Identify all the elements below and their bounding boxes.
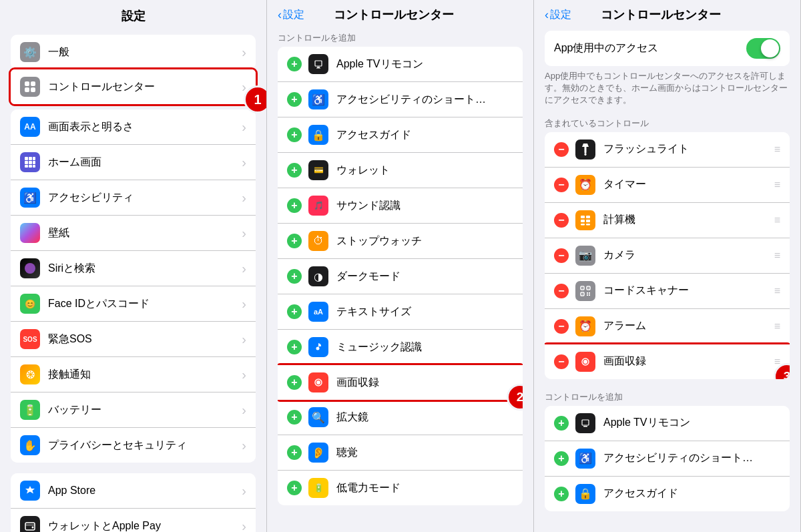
included-flashlight[interactable]: − フラッシュライト ≡ bbox=[545, 132, 790, 168]
p3-add-btn-accessibility[interactable]: + bbox=[554, 451, 569, 466]
panel3-back-chevron: ‹ bbox=[545, 8, 549, 22]
svg-rect-39 bbox=[589, 294, 590, 296]
add-item-dark[interactable]: + ◑ ダークモード bbox=[278, 259, 523, 294]
add-item-magnifier[interactable]: + 🔍 拡大鏡 bbox=[278, 400, 523, 435]
lowpower-label: 低電力モード bbox=[336, 481, 513, 495]
add-item-appletv[interactable]: + Apple TVリモコン bbox=[278, 47, 523, 82]
settings-item-control-center[interactable]: コントロールセンター bbox=[11, 69, 256, 104]
add-btn-accessibility[interactable]: + bbox=[287, 92, 302, 107]
svg-rect-24 bbox=[581, 216, 585, 218]
remove-screen-record[interactable]: − bbox=[554, 354, 569, 369]
add-item-textsize[interactable]: + aA テキストサイズ bbox=[278, 294, 523, 330]
calc-icon bbox=[575, 210, 595, 230]
settings-item-faceid[interactable]: 😊 Face IDとパスコード bbox=[11, 286, 256, 322]
faceid-label: Face IDとパスコード bbox=[48, 297, 242, 311]
settings-item-siri[interactable]: Siriと検索 bbox=[11, 251, 256, 286]
camera-icon: 📷 bbox=[575, 246, 595, 266]
drag-scanner[interactable]: ≡ bbox=[774, 285, 780, 297]
add-item-wallet[interactable]: + 💳 ウォレット bbox=[278, 153, 523, 188]
add-item-screen-record[interactable]: + 画面収録 bbox=[278, 365, 523, 400]
add-btn-appletv[interactable]: + bbox=[287, 57, 302, 71]
drag-timer[interactable]: ≡ bbox=[774, 179, 780, 191]
add-item-stopwatch[interactable]: + ⏱ ストップウォッチ bbox=[278, 224, 523, 259]
add-item-guide[interactable]: + 🔒 アクセスガイド bbox=[278, 117, 523, 153]
add-btn-dark[interactable]: + bbox=[287, 269, 302, 284]
settings-item-display[interactable]: AA 画面表示と明るさ bbox=[11, 109, 256, 145]
battery-icon: 🔋 bbox=[20, 400, 40, 420]
included-screen-record[interactable]: − 画面収録 ≡ bbox=[545, 344, 790, 379]
included-camera[interactable]: − 📷 カメラ ≡ bbox=[545, 238, 790, 274]
included-scanner[interactable]: − コードスキャナー ≡ bbox=[545, 274, 790, 309]
settings-item-general[interactable]: ⚙️ 一般 bbox=[11, 35, 256, 69]
toggle-switch[interactable] bbox=[746, 38, 780, 59]
p3-add-guide[interactable]: + 🔒 アクセスガイド bbox=[545, 477, 790, 511]
drag-flashlight[interactable]: ≡ bbox=[774, 144, 780, 156]
panel3-back-btn[interactable]: ‹ 設定 bbox=[545, 8, 571, 22]
add-btn-screen-record[interactable]: + bbox=[287, 375, 302, 390]
included-screen-record-wrapper: − 画面収録 ≡ 3 bbox=[545, 344, 790, 379]
remove-scanner[interactable]: − bbox=[554, 284, 569, 298]
add-btn-hearing[interactable]: + bbox=[287, 445, 302, 460]
general-chevron bbox=[242, 45, 246, 60]
remove-alarm[interactable]: − bbox=[554, 319, 569, 334]
panel2-scroll[interactable]: コントロールを追加 + Apple TVリモコン + ♿ アクセシビリティのショ… bbox=[267, 28, 533, 532]
music-icon bbox=[308, 337, 328, 357]
settings-item-homescreen[interactable]: ホーム画面 bbox=[11, 145, 256, 180]
included-alarm[interactable]: − ⏰ アラーム ≡ bbox=[545, 309, 790, 344]
general-label: 一般 bbox=[48, 45, 242, 59]
panel-control-included: ‹ 設定 コントロールセンター App使用中のアクセス App使用中でもコントロ… bbox=[534, 0, 801, 532]
panel3-scroll[interactable]: App使用中のアクセス App使用中でもコントロールセンターへのアクセスを許可し… bbox=[534, 28, 800, 532]
toggle-row[interactable]: App使用中のアクセス bbox=[545, 31, 790, 66]
remove-camera[interactable]: − bbox=[554, 248, 569, 263]
settings-item-wallet[interactable]: ウォレットとApple Pay bbox=[11, 509, 256, 532]
panel1-header: 設定 bbox=[0, 0, 266, 29]
add-btn-guide[interactable]: + bbox=[287, 127, 302, 142]
p3-add-btn-appletv[interactable]: + bbox=[554, 416, 569, 431]
remove-timer[interactable]: − bbox=[554, 178, 569, 192]
add-item-sound[interactable]: + 🎵 サウンド認識 bbox=[278, 188, 523, 224]
panel2-back-btn[interactable]: ‹ 設定 bbox=[278, 8, 304, 22]
panel1-scroll[interactable]: ⚙️ 一般 bbox=[0, 29, 266, 532]
settings-item-accessibility[interactable]: ♿ アクセシビリティ bbox=[11, 180, 256, 216]
homescreen-label: ホーム画面 bbox=[48, 156, 242, 170]
drag-alarm[interactable]: ≡ bbox=[774, 320, 780, 332]
privacy-label: プライバシーとセキュリティ bbox=[48, 439, 242, 453]
drag-calc[interactable]: ≡ bbox=[774, 214, 780, 226]
included-calc[interactable]: − 計算機 ≡ bbox=[545, 203, 790, 238]
add-item-hearing[interactable]: + 👂 聴覚 bbox=[278, 435, 523, 471]
add-item-lowpower[interactable]: + 🔋 低電力モード bbox=[278, 471, 523, 505]
add-item-accessibility[interactable]: + ♿ アクセシビリティのショート… bbox=[278, 82, 523, 117]
included-timer[interactable]: − ⏰ タイマー ≡ bbox=[545, 168, 790, 203]
textsize-icon: aA bbox=[308, 302, 328, 322]
p3-add-btn-guide[interactable]: + bbox=[554, 487, 569, 501]
homescreen-icon bbox=[20, 152, 40, 172]
settings-item-appstore[interactable]: App Store bbox=[11, 473, 256, 509]
p3-add-appletv[interactable]: + Apple TVリモコン bbox=[545, 406, 790, 441]
p3-accessibility-icon: ♿ bbox=[575, 449, 595, 469]
sound-icon: 🎵 bbox=[308, 196, 328, 216]
add-btn-stopwatch[interactable]: + bbox=[287, 234, 302, 248]
settings-item-privacy[interactable]: ✋ プライバシーとセキュリティ bbox=[11, 428, 256, 463]
settings-item-wallpaper[interactable]: 壁紙 bbox=[11, 216, 256, 251]
svg-rect-42 bbox=[582, 420, 589, 425]
add-btn-wallet[interactable]: + bbox=[287, 163, 302, 178]
add-item-music[interactable]: + ミュージック認識 bbox=[278, 330, 523, 365]
lowpower-icon: 🔋 bbox=[308, 478, 328, 498]
homescreen-chevron bbox=[242, 155, 246, 170]
p3-add-accessibility[interactable]: + ♿ アクセシビリティのショート… bbox=[545, 441, 790, 477]
settings-item-exposure[interactable]: ❂ 接触通知 bbox=[11, 357, 256, 392]
add-btn-lowpower[interactable]: + bbox=[287, 481, 302, 495]
add-btn-textsize[interactable]: + bbox=[287, 304, 302, 319]
drag-camera[interactable]: ≡ bbox=[774, 250, 780, 262]
svg-rect-6 bbox=[33, 157, 35, 160]
appstore-icon bbox=[20, 481, 40, 501]
settings-item-sos[interactable]: SOS 緊急SOS bbox=[11, 322, 256, 357]
add-btn-music[interactable]: + bbox=[287, 340, 302, 354]
remove-flashlight[interactable]: − bbox=[554, 142, 569, 157]
wallet2-icon: 💳 bbox=[308, 160, 328, 180]
add-btn-sound[interactable]: + bbox=[287, 198, 302, 213]
badge-1: 1 bbox=[244, 85, 266, 113]
remove-calc[interactable]: − bbox=[554, 213, 569, 228]
add-btn-magnifier[interactable]: + bbox=[287, 410, 302, 425]
settings-item-battery[interactable]: 🔋 バッテリー bbox=[11, 392, 256, 428]
